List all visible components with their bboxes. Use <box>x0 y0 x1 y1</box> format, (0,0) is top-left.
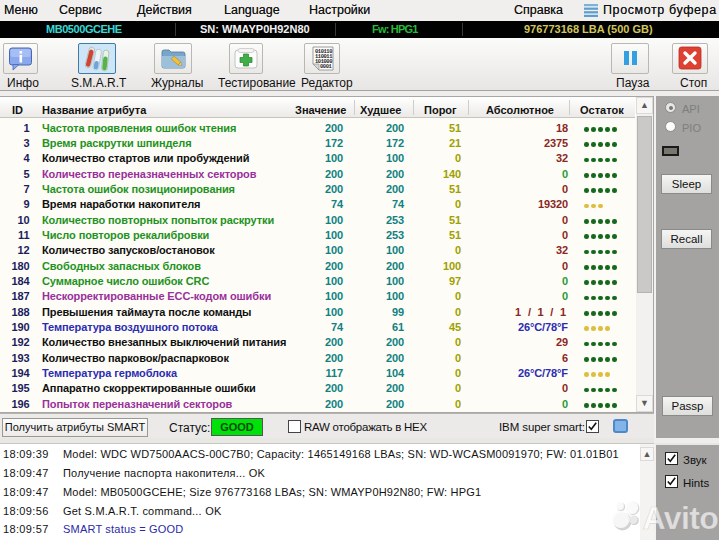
svg-text:0001: 0001 <box>320 64 332 70</box>
svg-text:Avito: Avito <box>643 500 719 536</box>
